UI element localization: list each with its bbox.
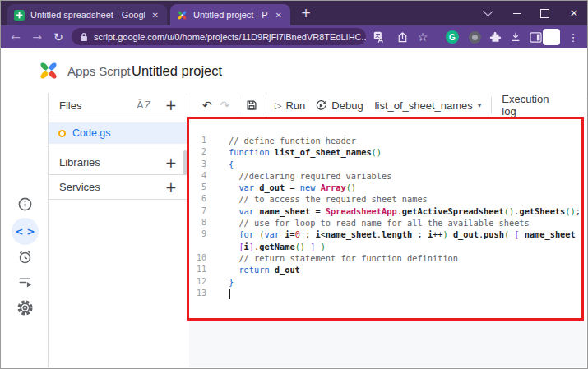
code-text: for (var i=0 ; i<name_sheet.length ; i++… (206, 228, 576, 240)
code-row[interactable]: 13 (189, 288, 586, 299)
editor-code-icon[interactable]: < > (12, 218, 39, 245)
close-tab-icon[interactable]: ✕ (274, 11, 284, 20)
editor-bottom-area (189, 321, 586, 367)
settings-gear-icon[interactable] (17, 300, 33, 316)
text-cursor (229, 289, 230, 299)
translate-icon[interactable] (369, 25, 389, 48)
project-title[interactable]: Untitled project (132, 48, 222, 93)
back-icon[interactable]: ← (6, 25, 25, 48)
download-icon[interactable] (506, 25, 525, 48)
grammarly-extension-icon[interactable]: G (442, 25, 462, 48)
tab-strip: Untitled spreadsheet - Google Sh ✕ Untit… (1, 1, 587, 25)
libraries-section[interactable]: Libraries + (49, 150, 188, 175)
code-row[interactable]: 3{ (189, 159, 586, 170)
files-panel-header: Files ÂZ + (49, 93, 188, 118)
tab-spreadsheet[interactable]: Untitled spreadsheet - Google Sh ✕ (7, 4, 167, 25)
reload-icon[interactable]: ↻ (49, 25, 68, 48)
url-text: script.google.com/u/0/home/projects/11D9… (94, 32, 366, 42)
line-number: 7 (189, 205, 206, 217)
code-row[interactable]: [i].getName() ] ) (189, 241, 586, 252)
maximize-button[interactable] (531, 1, 558, 25)
tab-title: Untitled project - Project Editor - (193, 10, 268, 20)
code-row[interactable]: 12} (189, 276, 586, 288)
section-label: Libraries (59, 156, 165, 168)
code-text: [i].getName() ] ) (206, 241, 326, 252)
tab-search-chevron-icon[interactable] (475, 1, 501, 25)
execution-log-button[interactable]: Execution log (502, 93, 564, 118)
editor-column: ↶ ↷ ▷ Run Debug list_of_sheet_names ▾ Ex… (189, 93, 586, 367)
extensions-puzzle-icon[interactable] (485, 25, 505, 48)
files-title: Files (59, 99, 137, 112)
apps-script-icon (177, 10, 188, 21)
code-row[interactable]: 4 //declaring required variables (189, 170, 586, 182)
editor-toolbar: ↶ ↷ ▷ Run Debug list_of_sheet_names ▾ Ex… (189, 93, 586, 118)
code-row[interactable]: 9 for (var i=0 ; i<name_sheet.length ; i… (189, 228, 586, 240)
share-icon[interactable] (392, 25, 412, 48)
code-row[interactable]: 10 // return statement for function defi… (189, 252, 586, 264)
line-number: 13 (189, 288, 206, 299)
code-text (206, 288, 230, 299)
line-number: 2 (189, 146, 206, 158)
close-tab-icon[interactable]: ✕ (150, 11, 160, 20)
executions-list-icon[interactable] (17, 274, 33, 290)
line-number: 3 (189, 159, 206, 170)
code-row[interactable]: 1// define function header (189, 135, 586, 146)
file-name: Code.gs (72, 127, 111, 139)
forward-icon[interactable]: → (27, 25, 47, 48)
debug-button[interactable]: Debug (315, 99, 363, 112)
code-editor[interactable]: 1// define function header2function list… (189, 118, 586, 337)
panel-scrollbar[interactable] (183, 150, 187, 175)
redo-icon: ↷ (219, 99, 232, 112)
code-text: } (206, 276, 234, 288)
section-label: Services (59, 181, 165, 193)
browser-toolbar: ← → ↻ script.google.com/u/0/home/project… (1, 25, 587, 48)
add-file-icon[interactable]: + (165, 97, 177, 113)
code-row[interactable]: 6 // to access the required sheet names (189, 193, 586, 205)
code-text: var name_sheet = SpreadsheetApp.getActiv… (206, 205, 581, 217)
code-row[interactable]: 8 // use for loop to read name for all t… (189, 217, 586, 228)
line-number (189, 241, 206, 252)
file-item-code-gs[interactable]: Code.gs (49, 122, 188, 144)
code-row[interactable]: 11 return d_out (189, 264, 586, 275)
files-panel: Files ÂZ + Code.gs Libraries + Services … (49, 93, 188, 367)
add-library-icon[interactable]: + (165, 155, 177, 171)
run-triangle-icon: ▷ (275, 100, 281, 111)
line-number: 6 (189, 193, 206, 205)
add-service-icon[interactable]: + (165, 179, 177, 196)
close-window-button[interactable]: ✕ (559, 1, 588, 25)
line-number: 5 (189, 182, 206, 193)
bookmark-star-icon[interactable]: ☆ (413, 25, 433, 48)
line-number: 12 (189, 276, 206, 288)
services-section[interactable]: Services + (49, 175, 188, 200)
screenshot-extension-icon[interactable] (465, 25, 484, 48)
code-row[interactable]: 7 var name_sheet = SpreadsheetApp.getAct… (189, 205, 586, 217)
undo-icon[interactable]: ↶ (201, 99, 214, 112)
profile-avatar[interactable] (543, 29, 560, 45)
new-tab-button[interactable]: + (299, 6, 313, 21)
code-row[interactable]: 2function list_of_sheet_names() (189, 146, 586, 158)
minimize-button[interactable] (504, 1, 530, 25)
overview-info-icon[interactable] (17, 196, 33, 212)
code-text: // use for loop to read name for all the… (206, 217, 530, 228)
left-rail: < > (2, 93, 49, 367)
line-number: 1 (189, 135, 206, 146)
product-name[interactable]: Apps Script (67, 48, 131, 93)
line-number: 11 (189, 264, 206, 275)
code-lines: 1// define function header2function list… (189, 135, 586, 299)
line-number: 4 (189, 170, 206, 182)
code-text: // define function header (206, 135, 356, 146)
code-row[interactable]: 5 var d_out = new Array() (189, 182, 586, 193)
function-selector[interactable]: list_of_sheet_names ▾ (375, 99, 482, 112)
address-bar[interactable]: script.google.com/u/0/home/projects/11D9… (72, 28, 366, 45)
lock-icon (80, 32, 88, 42)
save-icon[interactable] (245, 99, 258, 112)
debug-icon (315, 99, 327, 112)
triggers-clock-icon[interactable] (17, 249, 33, 265)
code-text: //declaring required variables (206, 170, 391, 182)
code-text: return d_out (206, 264, 300, 275)
browser-menu-kebab-icon[interactable]: ⋮ (563, 25, 583, 48)
chevron-down-icon: ▾ (478, 101, 482, 109)
run-button[interactable]: ▷ Run (275, 99, 305, 112)
tab-project-editor[interactable]: Untitled project - Project Editor - ✕ (170, 4, 290, 25)
sort-az-icon[interactable]: ÂZ (137, 99, 151, 111)
